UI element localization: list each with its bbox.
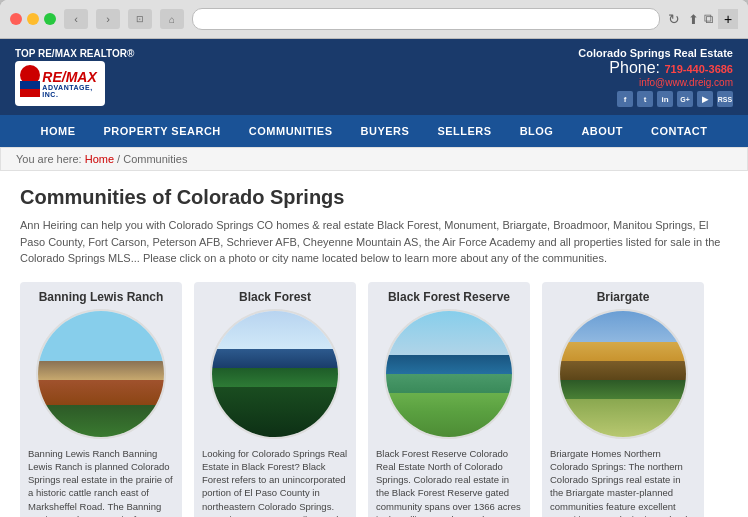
facebook-icon[interactable]: f (617, 91, 633, 107)
rss-icon[interactable]: RSS (717, 91, 733, 107)
home-button[interactable]: ⌂ (160, 9, 184, 29)
remax-brand: RE/MAX (42, 70, 96, 84)
card-image (38, 311, 164, 437)
back-button[interactable]: ‹ (64, 9, 88, 29)
card-image-circle (210, 309, 340, 439)
main-nav: HOME PROPERTY SEARCH COMMUNITIES BUYERS … (0, 115, 748, 147)
card-image-container (194, 309, 356, 447)
card-image (560, 311, 686, 437)
top-label: TOP RE/MAX REALTOR® (15, 48, 134, 59)
reader-button[interactable]: ⊡ (128, 9, 152, 29)
breadcrumb: You are here: Home / Communities (0, 147, 748, 171)
breadcrumb-prefix: You are here: (16, 153, 85, 165)
remax-text: RE/MAX ADVANTAGE, INC. (42, 70, 105, 98)
community-card[interactable]: Black Forest Looking for Colorado Spring… (194, 282, 356, 518)
card-title: Banning Lewis Ranch (20, 282, 182, 309)
communities-grid: Banning Lewis Ranch Banning Lewis Ranch … (20, 282, 728, 518)
forward-button[interactable]: › (96, 9, 120, 29)
share-button[interactable]: ⬆ (688, 9, 699, 29)
balloon-icon (15, 65, 42, 103)
phone-label: Phone: (609, 59, 660, 76)
company-name: Colorado Springs Real Estate (578, 47, 733, 59)
logo-image: RE/MAX ADVANTAGE, INC. (15, 61, 105, 106)
logo-area: TOP RE/MAX REALTOR® RE/MAX ADVANTAGE, IN… (15, 48, 134, 106)
nav-communities[interactable]: COMMUNITIES (235, 115, 347, 147)
card-title: Black Forest (194, 282, 356, 309)
card-image-circle (384, 309, 514, 439)
browser-window: ‹ › ⊡ ⌂ ↻ ⬆ ⧉ + TOP RE/MAX REALTOR® (0, 0, 748, 517)
community-card[interactable]: Banning Lewis Ranch Banning Lewis Ranch … (20, 282, 182, 518)
balloon-middle (20, 81, 40, 89)
card-description: Banning Lewis Ranch Banning Lewis Ranch … (20, 447, 182, 518)
youtube-icon[interactable]: ▶ (697, 91, 713, 107)
minimize-button[interactable] (27, 13, 39, 25)
remax-sub: ADVANTAGE, INC. (42, 84, 105, 98)
reload-button[interactable]: ↻ (668, 11, 680, 27)
linkedin-icon[interactable]: in (657, 91, 673, 107)
page-title: Communities of Colorado Springs (20, 186, 728, 209)
phone-number[interactable]: 719-440-3686 (664, 63, 733, 75)
card-image (212, 311, 338, 437)
contact-info: Colorado Springs Real Estate Phone: 719-… (578, 47, 733, 107)
googleplus-icon[interactable]: G+ (677, 91, 693, 107)
card-description: Looking for Colorado Springs Real Estate… (194, 447, 356, 518)
balloon-bottom (20, 89, 40, 97)
address-bar[interactable] (192, 8, 660, 30)
card-title: Briargate (542, 282, 704, 309)
nav-buyers[interactable]: BUYERS (347, 115, 424, 147)
page-description: Ann Heiring can help you with Colorado S… (20, 217, 728, 267)
nav-blog[interactable]: BLOG (506, 115, 568, 147)
card-image-circle (558, 309, 688, 439)
breadcrumb-current: Communities (123, 153, 187, 165)
community-card[interactable]: Briargate Briargate Homes Northern Color… (542, 282, 704, 518)
card-description: Briargate Homes Northern Colorado Spring… (542, 447, 704, 518)
card-description: Black Forest Reserve Colorado Real Estat… (368, 447, 530, 518)
nav-contact[interactable]: CONTACT (637, 115, 721, 147)
community-card[interactable]: Black Forest Reserve Black Forest Reserv… (368, 282, 530, 518)
card-image-container (20, 309, 182, 447)
phone-line: Phone: 719-440-3686 (578, 59, 733, 77)
site-content: TOP RE/MAX REALTOR® RE/MAX ADVANTAGE, IN… (0, 39, 748, 517)
card-image (386, 311, 512, 437)
card-image-circle (36, 309, 166, 439)
twitter-icon[interactable]: t (637, 91, 653, 107)
main-content: Communities of Colorado Springs Ann Heir… (0, 171, 748, 517)
nav-about[interactable]: ABOUT (567, 115, 637, 147)
nav-sellers[interactable]: SELLERS (423, 115, 505, 147)
new-tab-button[interactable]: + (718, 9, 738, 29)
traffic-lights (10, 13, 56, 25)
browser-chrome: ‹ › ⊡ ⌂ ↻ ⬆ ⧉ + (0, 0, 748, 39)
card-title: Black Forest Reserve (368, 282, 530, 309)
action-buttons: ⬆ ⧉ + (688, 9, 738, 29)
tabs-button[interactable]: ⧉ (704, 9, 713, 29)
card-image-container (368, 309, 530, 447)
close-button[interactable] (10, 13, 22, 25)
top-bar: TOP RE/MAX REALTOR® RE/MAX ADVANTAGE, IN… (0, 39, 748, 115)
maximize-button[interactable] (44, 13, 56, 25)
nav-home[interactable]: HOME (27, 115, 90, 147)
breadcrumb-home-link[interactable]: Home (85, 153, 114, 165)
card-image-container (542, 309, 704, 447)
nav-property-search[interactable]: PROPERTY SEARCH (90, 115, 235, 147)
email-address[interactable]: info@www.dreig.com (578, 77, 733, 88)
social-icons: f t in G+ ▶ RSS (578, 91, 733, 107)
